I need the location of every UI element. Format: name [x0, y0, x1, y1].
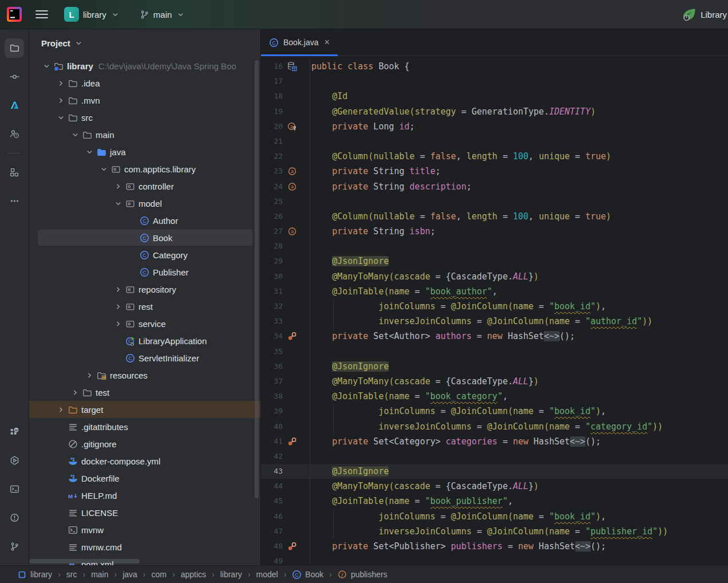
tool-users-help-button[interactable]: ? — [5, 124, 24, 144]
tree-item-target[interactable]: target — [29, 401, 260, 418]
breadcrumb-item-model[interactable]: model — [256, 570, 278, 579]
chevron-right-icon[interactable] — [113, 182, 123, 191]
tree-item-repository[interactable]: repository — [29, 281, 260, 298]
tree-item-dockerfile[interactable]: Dockerfile — [29, 470, 260, 487]
tree-item-mvnw-cmd[interactable]: mvnw.cmd — [29, 538, 260, 556]
code-line-17[interactable]: 17 — [261, 74, 728, 89]
attr-icon[interactable]: a — [287, 182, 297, 191]
code-editor[interactable]: 16public class Book {1718 @Id19 @Generat… — [261, 59, 728, 565]
tree-item-model[interactable]: model — [29, 195, 260, 212]
code-line-36[interactable]: 36 @JsonIgnore — [261, 359, 728, 374]
tree-item-license[interactable]: LICENSE — [29, 504, 260, 521]
tree-item-main[interactable]: main — [29, 126, 260, 143]
code-line-44[interactable]: 44 @ManyToMany(cascade = {CascadeType.AL… — [261, 479, 728, 494]
tool-services-button[interactable] — [5, 451, 24, 470]
code-line-42[interactable]: 42 — [261, 449, 728, 464]
chevron-right-icon[interactable] — [85, 371, 94, 380]
chevron-down-icon[interactable] — [85, 147, 94, 157]
tree-item-help-md[interactable]: MHELP.md — [29, 487, 260, 504]
tree-item-mvnw[interactable]: mvnw — [29, 521, 260, 538]
code-line-49[interactable]: 49 — [261, 554, 728, 565]
tree-item-category[interactable]: CCategory — [29, 246, 260, 263]
breadcrumb-item-library[interactable]: library — [17, 570, 52, 580]
breadcrumb-item-publishers[interactable]: fpublishers — [338, 570, 387, 580]
chevron-right-icon[interactable] — [70, 388, 80, 397]
tool-more-button[interactable] — [5, 191, 24, 211]
code-line-16[interactable]: 16public class Book { — [261, 59, 728, 74]
main-menu-button[interactable] — [35, 10, 48, 19]
link-icon[interactable] — [287, 542, 297, 552]
attr-icon[interactable]: a — [287, 167, 297, 176]
breadcrumb-item-src[interactable]: src — [66, 570, 77, 579]
code-line-28[interactable]: 28 — [261, 239, 728, 254]
code-line-38[interactable]: 38 @JoinTable(name = "book_category", — [261, 389, 728, 404]
run-configuration-widget[interactable]: Library — [682, 0, 728, 29]
code-line-48[interactable]: 48 private Set<Publisher> publishers = n… — [261, 539, 728, 554]
breadcrumb-item-library[interactable]: library — [220, 570, 242, 579]
chevron-right-icon[interactable] — [113, 302, 123, 312]
tree-item-test[interactable]: test — [29, 384, 260, 401]
code-line-45[interactable]: 45 @JoinTable(name = "book_publisher", — [261, 494, 728, 509]
tool-maven-tool-button[interactable]: m — [5, 422, 24, 442]
chevron-right-icon[interactable] — [56, 96, 66, 105]
tree-item--gitignore[interactable]: .gitignore — [29, 435, 260, 452]
tool-problems-button[interactable] — [5, 508, 24, 527]
tree-item-java[interactable]: java — [29, 143, 260, 160]
chevron-down-icon[interactable] — [42, 61, 52, 71]
tool-folder-button[interactable] — [5, 38, 24, 58]
tree-item-servletinitializer[interactable]: CServletInitializer — [29, 349, 260, 367]
chevron-right-icon[interactable] — [113, 319, 123, 329]
breadcrumb-item-main[interactable]: main — [91, 570, 108, 579]
code-line-27[interactable]: 27a private String isbn; — [261, 224, 728, 239]
tree-item--mvn[interactable]: .mvn — [29, 92, 260, 109]
tree-item--idea[interactable]: .idea — [29, 74, 260, 92]
tool-git-branch-button[interactable] — [5, 537, 24, 556]
chevron-down-icon[interactable] — [99, 164, 109, 174]
tree-item-book[interactable]: CBook — [29, 229, 260, 246]
breadcrumb-item-book[interactable]: CBook — [292, 570, 323, 580]
tree-item-library[interactable]: libraryC:\dev\java\Udemy\Java Spring Boo — [29, 57, 260, 74]
code-line-32[interactable]: 32 joinColumns = @JoinColumn(name = "boo… — [261, 299, 728, 314]
tree-item-com-apptics-library[interactable]: com.apptics.library — [29, 160, 260, 178]
tree-item--gitattributes[interactable]: .gitattributes — [29, 418, 260, 435]
code-line-41[interactable]: 41 private Set<Category> categories = ne… — [261, 434, 728, 449]
code-line-22[interactable]: 22 @Column(nullable = false, length = 10… — [261, 149, 728, 164]
tool-azure-button[interactable] — [5, 96, 24, 115]
vcs-branch-widget[interactable]: main — [136, 7, 189, 22]
code-line-23[interactable]: 23a private String title; — [261, 164, 728, 179]
breadcrumb-item-com[interactable]: com — [152, 570, 167, 579]
intellij-logo-icon[interactable] — [7, 7, 22, 22]
tree-item-publisher[interactable]: CPublisher — [29, 263, 260, 281]
breadcrumb-item-apptics[interactable]: apptics — [181, 570, 206, 579]
code-line-19[interactable]: 19 @GeneratedValue(strategy = Generation… — [261, 104, 728, 119]
tree-item-src[interactable]: src — [29, 109, 260, 126]
chevron-right-icon[interactable] — [56, 405, 66, 415]
code-line-24[interactable]: 24a private String description; — [261, 179, 728, 194]
tree-item-docker-compose-yml[interactable]: docker-compose.yml — [29, 452, 260, 470]
chevron-down-icon[interactable] — [56, 113, 66, 123]
tree-item-service[interactable]: service — [29, 315, 260, 332]
id-attr-icon[interactable]: a — [287, 121, 297, 131]
tool-structure-button[interactable] — [5, 163, 24, 182]
tool-commit-button[interactable] — [5, 67, 24, 86]
code-line-34[interactable]: 34 private Set<Author> authors = new Has… — [261, 329, 728, 344]
code-line-31[interactable]: 31 @JoinTable(name = "book_author", — [261, 284, 728, 299]
attr-icon[interactable]: a — [287, 227, 297, 237]
tab-book-java[interactable]: C Book.java × — [261, 29, 338, 56]
link-icon[interactable] — [287, 436, 297, 446]
chevron-down-icon[interactable] — [113, 199, 123, 208]
code-line-33[interactable]: 33 inverseJoinColumns = @JoinColumn(name… — [261, 314, 728, 329]
tree-item-rest[interactable]: rest — [29, 298, 260, 315]
tree-vertical-scrollbar[interactable] — [255, 60, 259, 498]
entity-icon[interactable] — [287, 62, 297, 72]
code-line-47[interactable]: 47 inverseJoinColumns = @JoinColumn(name… — [261, 524, 728, 539]
code-line-20[interactable]: 20a private Long id; — [261, 119, 728, 134]
chevron-right-icon[interactable] — [113, 285, 123, 294]
code-line-18[interactable]: 18 @Id — [261, 89, 728, 104]
code-line-35[interactable]: 35 — [261, 344, 728, 359]
code-line-40[interactable]: 40 inverseJoinColumns = @JoinColumn(name… — [261, 419, 728, 434]
code-line-43[interactable]: 43 @JsonIgnore — [261, 464, 728, 479]
code-line-29[interactable]: 29 @JsonIgnore — [261, 254, 728, 269]
chevron-right-icon[interactable] — [56, 78, 66, 88]
code-line-30[interactable]: 30 @ManyToMany(cascade = {CascadeType.AL… — [261, 269, 728, 284]
